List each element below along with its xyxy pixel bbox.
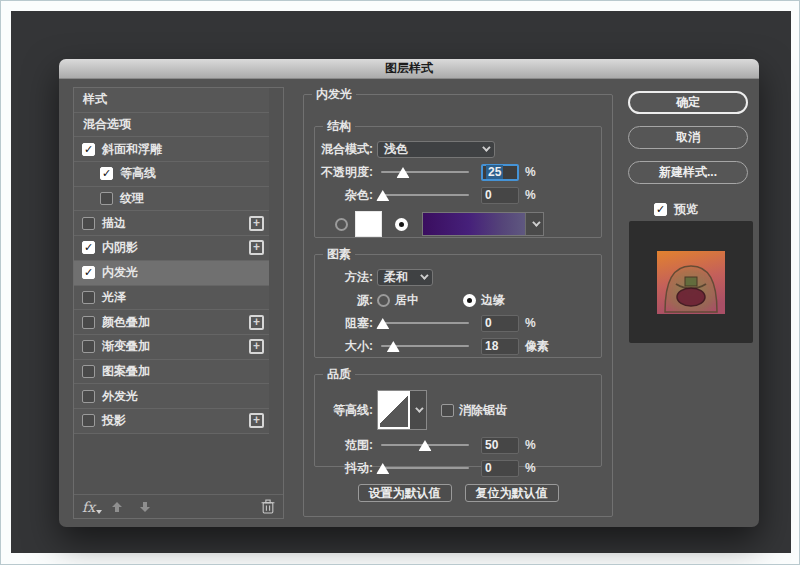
sidebar-item[interactable]: 颜色叠加+ <box>74 310 269 335</box>
dialog-title-bar[interactable]: 图层样式 <box>59 59 759 79</box>
source-label: 源: <box>315 292 373 309</box>
effect-checkbox[interactable]: ✓ <box>100 167 113 180</box>
add-effect-icon[interactable]: + <box>249 240 264 255</box>
range-slider-thumb[interactable] <box>419 440 432 451</box>
chevron-down-icon <box>420 271 428 279</box>
size-label: 大小: <box>315 338 373 355</box>
move-effect-up-icon[interactable] <box>111 501 123 513</box>
preview-label: 预览 <box>674 201 698 218</box>
sidebar-item-label: 颜色叠加 <box>102 314 150 331</box>
size-slider-thumb[interactable] <box>387 341 400 352</box>
effect-checkbox[interactable] <box>82 414 95 427</box>
fx-menu-icon[interactable]: fx <box>82 499 95 515</box>
choke-row: 阻塞: 0 % <box>315 314 601 332</box>
size-value: 18 <box>485 339 498 353</box>
noise-slider[interactable] <box>381 189 469 201</box>
jitter-unit: % <box>525 461 536 475</box>
range-label: 范围: <box>315 437 373 454</box>
sidebar-item-label: 投影 <box>102 412 126 429</box>
sidebar-item[interactable]: ✓斜面和浮雕 <box>74 137 269 162</box>
jitter-slider-thumb[interactable] <box>376 463 389 474</box>
cancel-button[interactable]: 取消 <box>628 126 748 149</box>
gradient-radio[interactable] <box>395 218 408 231</box>
sidebar-item[interactable]: 投影+ <box>74 409 269 434</box>
effect-checkbox[interactable] <box>82 291 95 304</box>
workspace-background: 图层样式 样式混合选项✓斜面和浮雕✓等高线纹理描边+✓内阴影+✓内发光光泽颜色叠… <box>11 11 791 553</box>
effect-checkbox[interactable]: ✓ <box>82 143 95 156</box>
effect-checkbox[interactable]: ✓ <box>82 241 95 254</box>
sidebar-item[interactable]: 样式 <box>74 88 269 113</box>
effect-checkbox[interactable] <box>100 192 113 205</box>
choke-input[interactable]: 0 <box>481 315 519 332</box>
contour-picker[interactable] <box>377 390 427 430</box>
gradient-picker[interactable] <box>422 212 544 236</box>
sidebar-item-label: 混合选项 <box>83 116 131 133</box>
size-slider[interactable] <box>381 340 469 352</box>
add-effect-icon[interactable]: + <box>249 216 264 231</box>
blend-mode-label: 混合模式: <box>315 141 373 158</box>
opacity-slider-thumb[interactable] <box>397 167 410 178</box>
opacity-input[interactable]: 25 <box>481 164 519 181</box>
choke-slider[interactable] <box>381 317 469 329</box>
sidebar-item[interactable]: 描边+ <box>74 211 269 236</box>
add-effect-icon[interactable]: + <box>249 339 264 354</box>
opacity-row: 不透明度: 25 % <box>315 163 601 181</box>
range-slider[interactable] <box>381 439 469 451</box>
noise-value: 0 <box>485 188 492 202</box>
effect-checkbox[interactable] <box>82 340 95 353</box>
effect-checkbox[interactable] <box>82 390 95 403</box>
gradient-swatch[interactable] <box>423 213 525 235</box>
sidebar-item[interactable]: 外发光 <box>74 384 269 409</box>
sidebar-item[interactable]: 渐变叠加+ <box>74 335 269 360</box>
sidebar-item[interactable]: ✓内发光 <box>74 261 269 286</box>
move-effect-down-icon[interactable] <box>139 501 151 513</box>
range-input[interactable]: 50 <box>481 437 519 454</box>
sidebar-item[interactable]: 纹理 <box>74 187 269 212</box>
add-effect-icon[interactable]: + <box>249 413 264 428</box>
antialias-checkbox[interactable] <box>441 404 454 417</box>
noise-input[interactable]: 0 <box>481 187 519 204</box>
reset-default-button[interactable]: 复位为默认值 <box>465 484 559 502</box>
sidebar-item-label: 描边 <box>102 215 126 232</box>
choke-slider-thumb[interactable] <box>376 318 389 329</box>
add-effect-icon[interactable]: + <box>249 315 264 330</box>
opacity-slider[interactable] <box>381 166 469 178</box>
effect-checkbox[interactable] <box>82 365 95 378</box>
solid-color-radio[interactable] <box>335 218 348 231</box>
noise-row: 杂色: 0 % <box>315 186 601 204</box>
preview-checkbox[interactable]: ✓ <box>654 203 667 216</box>
technique-select[interactable]: 柔和 <box>377 269 433 286</box>
noise-label: 杂色: <box>315 187 373 204</box>
sidebar-item-label: 渐变叠加 <box>102 338 150 355</box>
source-edge-radio[interactable] <box>463 294 476 307</box>
noise-slider-thumb[interactable] <box>376 190 389 201</box>
noise-unit: % <box>525 188 536 202</box>
jitter-input[interactable]: 0 <box>481 460 519 477</box>
source-row: 源: 居中 边缘 <box>315 291 601 309</box>
sidebar-item[interactable]: ✓等高线 <box>74 162 269 187</box>
contour-row: 等高线: 消除锯齿 <box>315 389 601 431</box>
effect-checkbox[interactable] <box>82 217 95 230</box>
sidebar-item[interactable]: 图案叠加 <box>74 360 269 385</box>
sidebar-item[interactable]: 混合选项 <box>74 113 269 138</box>
sidebar-footer: fx <box>74 494 283 518</box>
sidebar-item[interactable]: ✓内阴影+ <box>74 236 269 261</box>
blend-mode-select[interactable]: 浅色 <box>377 141 495 158</box>
technique-value: 柔和 <box>384 269 408 286</box>
size-unit: 像素 <box>525 338 549 355</box>
contour-thumbnail[interactable] <box>378 391 410 429</box>
jitter-slider[interactable] <box>381 462 469 474</box>
effect-checkbox[interactable]: ✓ <box>82 266 95 279</box>
sidebar-item[interactable]: 光泽 <box>74 286 269 311</box>
range-row: 范围: 50 % <box>315 436 601 454</box>
size-input[interactable]: 18 <box>481 338 519 355</box>
effect-checkbox[interactable] <box>82 316 95 329</box>
gradient-chevron[interactable] <box>525 213 543 235</box>
delete-effect-icon[interactable] <box>261 499 275 514</box>
source-center-radio[interactable] <box>377 294 390 307</box>
make-default-button[interactable]: 设置为默认值 <box>358 484 452 502</box>
color-swatch[interactable] <box>355 211 382 237</box>
ok-button[interactable]: 确定 <box>628 91 748 114</box>
contour-chevron[interactable] <box>410 391 426 429</box>
new-style-button[interactable]: 新建样式... <box>628 161 748 184</box>
